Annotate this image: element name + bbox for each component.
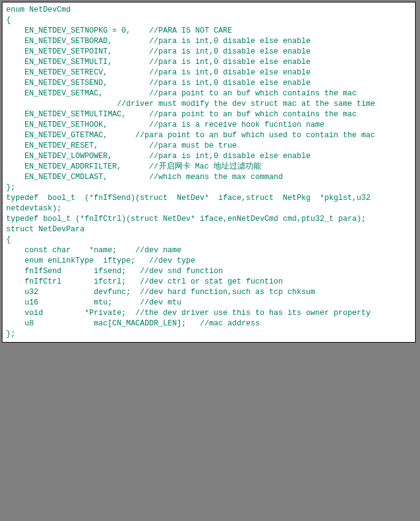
code-line: u8 mac[CN_MACADDR_LEN]; //mac address [6, 319, 411, 329]
code-line: netdevtask); [6, 204, 411, 214]
code-line: EN_NETDEV_SETHOOK, //para is a receive h… [6, 120, 411, 130]
code-line: EN_NETDEV_SETMULTI, //para is int,0 disa… [6, 57, 411, 68]
code-line: EN_NETDEV_SETSEND, //para is int,0 disab… [6, 78, 411, 89]
code-line: { [6, 235, 411, 245]
code-line: typedef bool_t (*fnIfCtrl)(struct NetDev… [6, 214, 411, 225]
code-line: //driver must modify the dev struct mac … [6, 99, 411, 109]
code-line: fnIfSend ifsend; //dev snd function [6, 266, 411, 277]
code-line: EN_NETDEV_LOWPOWER, //para is int,0 disa… [6, 151, 411, 162]
code-line: EN_NETDEV_SETRECV, //para is int,0 disab… [6, 68, 411, 78]
code-line: typedef bool_t (*fnIfSend)(struct NetDev… [6, 193, 411, 204]
code-block: enum NetDevCmd { EN_NETDEV_SETNOPKG = 0,… [2, 2, 416, 343]
code-line: EN_NETDEV_ADDRFILTER, //开启网卡 Mac 地址过滤功能 [6, 162, 411, 172]
code-line: EN_NETDEV_SETNOPKG = 0, //PARA IS NOT CA… [6, 26, 411, 36]
code-line: EN_NETDEV_SETBORAD, //para is int,0 disa… [6, 36, 411, 47]
code-line: EN_NETDEV_SETMAC, //para point to an buf… [6, 89, 411, 99]
code-line: { [6, 15, 411, 26]
code-line: void *Private; //the dev driver use this… [6, 308, 411, 319]
code-line: struct NetDevPara [6, 225, 411, 235]
code-line: const char *name; //dev name [6, 245, 411, 256]
code-line: enum NetDevCmd [6, 5, 411, 15]
code-line: EN_NETDEV_CMDLAST, //which means the max… [6, 172, 411, 183]
code-line: u32 devfunc; //dev hard function,such as… [6, 287, 411, 298]
code-line: EN_NETDEV_RESET, //para must be true [6, 141, 411, 151]
code-line: fnIfCtrl ifctrl; //dev ctrl or stat get … [6, 277, 411, 287]
code-line: EN_NETDEV_SETPOINT, //para is int,0 disa… [6, 47, 411, 57]
code-line: u16 mtu; //dev mtu [6, 298, 411, 308]
code-line: EN_NETDEV_SETMULTIMAC, //para point to a… [6, 109, 411, 120]
code-line: }; [6, 329, 411, 340]
code-line: enum enLinkType iftype; //dev type [6, 256, 411, 266]
code-line: }; [6, 183, 411, 193]
code-line: EN_NETDEV_GTETMAC, //para point to an bu… [6, 130, 411, 141]
